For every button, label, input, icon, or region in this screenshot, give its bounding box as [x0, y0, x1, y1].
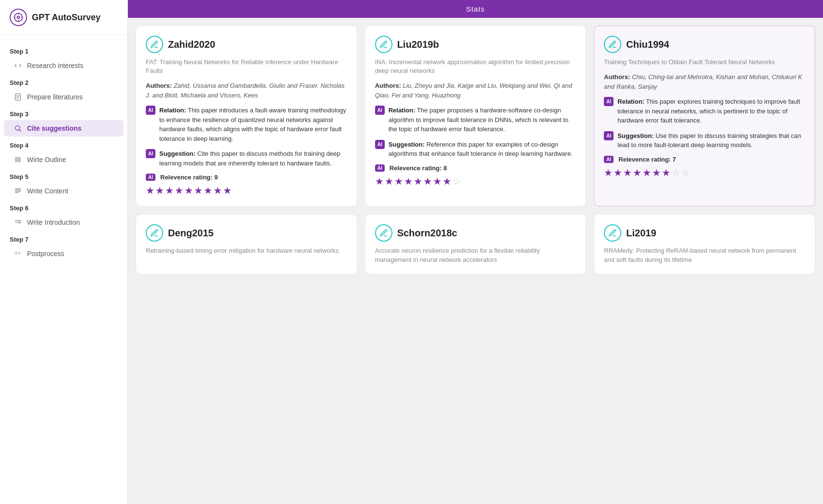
card-icon	[604, 36, 621, 53]
card-schorn2018c: Schorn2018c Accurate neuron resilience p…	[365, 214, 586, 274]
relevence-label: Relevence rating: 9	[160, 174, 218, 181]
step-6-label: Step 6	[0, 200, 127, 214]
card-icon	[375, 224, 392, 242]
card-icon	[146, 36, 163, 53]
card-subtitle: FAT: Training Neural Networks for Reliab…	[146, 58, 347, 75]
star-4: ★	[175, 185, 183, 196]
star-3: ★	[165, 185, 174, 196]
card-deng2015: Deng2015 Retraining-based timing error m…	[136, 214, 357, 274]
card-subtitle: Retraining-based timing error mitigation…	[146, 246, 347, 255]
ai-badge: AI	[375, 106, 385, 115]
card-subtitle: RRAMedy: Protecting ReRAM-based neural n…	[604, 246, 805, 264]
authors-text: Chiu, Ching-tai and Mehrotra, Kishan and…	[604, 73, 802, 90]
rating-row: AI Relevence rating: 8	[375, 164, 576, 172]
sidebar-item-write-content[interactable]: Write Content	[4, 183, 124, 199]
sidebar-item-cite-suggestions[interactable]: Cite suggestions	[4, 120, 124, 136]
stars: ★ ★ ★ ★ ★ ★ ★ ☆ ☆	[604, 167, 805, 178]
app-title: GPT AutoSurvey	[32, 13, 100, 23]
star-9: ★	[223, 185, 232, 196]
card-liu2019b: Liu2019b INA: Incremental network approx…	[365, 26, 586, 206]
relation-text: Relation: This paper explores training t…	[617, 97, 805, 125]
sidebar-nav: Step 1 Research interests Step 2 Prepare…	[0, 35, 127, 504]
relation-row: AI Relation: This paper introduces a fau…	[146, 106, 347, 143]
suggestion-row: AI Suggestion: Use this paper to discuss…	[604, 131, 805, 150]
authors-text: Zahid, Ussama and Gambardella, Giulio an…	[146, 82, 345, 99]
ai-badge-rating: AI	[375, 164, 385, 172]
star-8: ★	[213, 185, 222, 196]
star-6: ★	[194, 185, 203, 196]
relation-text: Relation: This paper introduces a fault-…	[159, 106, 347, 143]
suggestion-text: Suggestion: Use this paper to discuss tr…	[617, 131, 805, 150]
ai-badge: AI	[604, 97, 614, 106]
svg-point-10	[15, 126, 20, 130]
card-subtitle: Training Techniques to Obtain Fault Tole…	[604, 58, 805, 67]
card-title: Zahid2020	[168, 39, 215, 50]
card-icon	[375, 36, 392, 53]
relation-text: Relation: The paper proposes a hardware-…	[389, 106, 576, 134]
step-7-label: Step 7	[0, 231, 127, 245]
ai-badge-suggestion: AI	[146, 149, 155, 158]
ai-badge-rating: AI	[146, 174, 155, 181]
relation-row: AI Relation: The paper proposes a hardwa…	[375, 106, 576, 134]
suggestion-row: AI Suggestion: Reference this paper for …	[375, 140, 576, 159]
step-2-label: Step 2	[0, 74, 127, 88]
write-outline-label: Wirte Outline	[27, 156, 66, 163]
stars: ★ ★ ★ ★ ★ ★ ★ ★ ☆	[375, 176, 576, 187]
card-title: Liu2019b	[397, 39, 439, 50]
research-interests-label: Research interests	[27, 62, 84, 69]
search-icon	[14, 124, 22, 133]
app-logo-icon	[10, 9, 27, 26]
ai-badge-suggestion: AI	[375, 140, 385, 149]
authors-text: Liu, Zheyu and Jia, Kaige and Liu, Weiqi…	[375, 82, 572, 99]
ai-badge-suggestion: AI	[604, 131, 614, 140]
card-authors: Authors: Zahid, Ussama and Gambardella, …	[146, 81, 347, 100]
relevence-label: Relevence rating: 7	[618, 156, 676, 163]
card-authors: Authors: Chiu, Ching-tai and Mehrotra, K…	[604, 72, 805, 91]
card-subtitle: INA: Incremental network approximation a…	[375, 58, 576, 75]
prepare-literatures-label: Prepare literatures	[27, 93, 83, 101]
step-4-label: Step 4	[0, 137, 127, 151]
sidebar-item-research-interests[interactable]: Research interests	[4, 57, 124, 74]
document-icon	[14, 93, 22, 101]
write-content-label: Write Content	[27, 187, 68, 195]
card-icon	[604, 224, 621, 242]
sidebar-item-prepare-literatures[interactable]: Prepare literatures	[4, 89, 124, 105]
lines-icon	[14, 187, 22, 195]
authors-label: Authors:	[604, 73, 630, 81]
svg-text:文A: 文A	[14, 251, 20, 255]
card-chiu1994: Chiu1994 Training Techniques to Obtain F…	[594, 26, 815, 206]
relation-row: AI Relation: This paper explores trainin…	[604, 97, 805, 125]
svg-point-1	[17, 16, 20, 19]
card-header: Li2019	[604, 224, 805, 242]
card-authors: Authors: Liu, Zheyu and Jia, Kaige and L…	[375, 81, 576, 100]
card-title: Deng2015	[168, 228, 214, 239]
main-content: Stats Zahid2020 FAT: Training Neural Net…	[128, 0, 823, 504]
sidebar-item-write-introduction[interactable]: Write Introduction	[4, 214, 124, 231]
suggestion-row: AI Suggestion: Cite this paper to discus…	[146, 149, 347, 168]
cards-grid: Zahid2020 FAT: Training Neural Networks …	[128, 18, 823, 504]
step-3-label: Step 3	[0, 106, 127, 120]
sidebar: GPT AutoSurvey Step 1 Research interests…	[0, 0, 128, 504]
sidebar-item-write-outline[interactable]: Wirte Outline	[4, 151, 124, 168]
card-header: Deng2015	[146, 224, 347, 242]
card-li2019: Li2019 RRAMedy: Protecting ReRAM-based n…	[594, 214, 815, 274]
star-7: ★	[204, 185, 212, 196]
rating-row: AI Relevence rating: 7	[604, 156, 805, 163]
star-2: ★	[155, 185, 164, 196]
list-icon	[14, 155, 22, 164]
code-icon	[14, 61, 22, 70]
card-header: Schorn2018c	[375, 224, 576, 242]
suggestion-text: Suggestion: Cite this paper to discuss m…	[159, 149, 347, 168]
sidebar-item-postprocess[interactable]: 文A Postprocess	[4, 245, 124, 262]
card-header: Chiu1994	[604, 36, 805, 53]
suggestion-text: Suggestion: Reference this paper for exa…	[389, 140, 576, 159]
translate-icon: 文A	[14, 249, 22, 258]
rating-row: AI Relevence rating: 9	[146, 174, 347, 181]
relevence-label: Relevence rating: 8	[390, 164, 447, 172]
star-5: ★	[184, 185, 193, 196]
stats-bar: Stats	[128, 0, 823, 18]
write-introduction-label: Write Introduction	[27, 218, 80, 226]
cite-suggestions-label: Cite suggestions	[27, 124, 82, 132]
svg-line-11	[19, 130, 21, 132]
sort-icon	[14, 218, 22, 227]
